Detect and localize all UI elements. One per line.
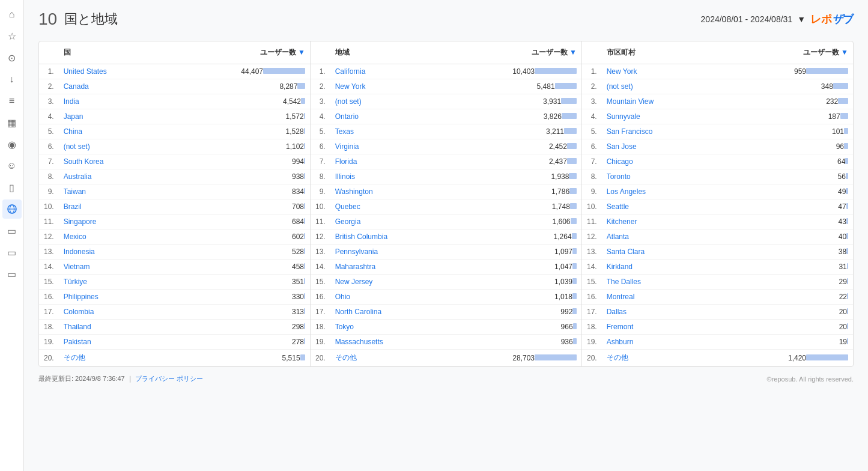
row-name[interactable]: その他 (330, 350, 445, 366)
row-name[interactable]: Texas (330, 124, 445, 139)
row-name[interactable]: British Columbia (330, 229, 445, 245)
row-name[interactable]: Mountain View (602, 94, 715, 109)
privacy-link[interactable]: プライバシー ポリシー (135, 375, 203, 382)
row-name[interactable]: Atlanta (602, 229, 715, 245)
row-name[interactable]: その他 (602, 350, 715, 366)
row-rank: 18. (582, 320, 602, 335)
sidebar-icon-face[interactable]: ☺ (2, 156, 22, 175)
row-name[interactable]: Toronto (602, 169, 715, 184)
table-row: 12.Atlanta40 (582, 229, 853, 245)
row-name[interactable]: Kirkland (602, 260, 715, 275)
cities-name-header: 市区町村 (602, 41, 715, 64)
sidebar-icon-folder2[interactable]: ▭ (2, 243, 22, 262)
row-name[interactable]: Virginia (330, 139, 445, 154)
row-rank: 7. (39, 154, 59, 169)
row-name[interactable]: San Francisco (602, 124, 715, 139)
row-name[interactable]: Türkiye (59, 275, 164, 290)
row-name[interactable]: Ohio (330, 290, 445, 305)
row-name[interactable]: Quebec (330, 199, 445, 214)
row-value: 31 (714, 260, 853, 275)
table-row: 3.(not set)3,931 (311, 94, 581, 109)
row-name[interactable]: New York (330, 79, 445, 94)
row-name[interactable]: Los Angeles (602, 184, 715, 199)
row-name[interactable]: (not set) (602, 79, 715, 94)
sidebar-icon-calendar[interactable]: ▦ (2, 113, 22, 132)
row-rank: 19. (311, 335, 330, 350)
row-name[interactable]: Washington (330, 184, 445, 199)
row-value: 298 (163, 320, 310, 335)
row-name[interactable]: Montreal (602, 290, 715, 305)
sidebar-icon-download[interactable]: ↓ (2, 70, 22, 89)
row-name[interactable]: Mexico (59, 229, 164, 245)
row-name[interactable]: Colombia (59, 305, 164, 320)
sidebar-icon-compass[interactable]: ⊙ (2, 48, 22, 67)
table-row: 1.New York959 (582, 64, 853, 79)
row-name[interactable]: Santa Clara (602, 245, 715, 260)
row-name[interactable]: Illinois (330, 169, 445, 184)
sidebar-icon-doc[interactable]: ≡ (2, 91, 22, 111)
row-value: 992 (445, 305, 581, 320)
row-value: 5,515 (163, 350, 310, 366)
table-row: 4.Sunnyvale187 (582, 109, 853, 124)
sidebar-icon-mobile[interactable]: ▯ (2, 178, 22, 197)
table-row: 20.その他1,420 (582, 350, 853, 366)
table-row: 2.(not set)348 (582, 79, 853, 94)
row-name[interactable]: Taiwan (59, 184, 164, 199)
row-name[interactable]: United States (59, 64, 164, 79)
row-name[interactable]: Canada (59, 79, 164, 94)
row-name[interactable]: Seattle (602, 199, 715, 214)
table-row: 19.Massachusetts936 (311, 335, 581, 350)
row-name[interactable]: Brazil (59, 199, 164, 214)
row-name[interactable]: North Carolina (330, 305, 445, 320)
row-value: 1,264 (445, 229, 581, 245)
row-name[interactable]: Massachusetts (330, 335, 445, 350)
cities-value-header[interactable]: ユーザー数 ▼ (714, 41, 853, 64)
main-content: 10 国と地域 2024/08/01 - 2024/08/31 ▼ レポザブ 国… (24, 0, 868, 471)
row-name[interactable]: Ashburn (602, 335, 715, 350)
row-name[interactable]: Indonesia (59, 245, 164, 260)
row-name[interactable]: Tokyo (330, 320, 445, 335)
row-name[interactable]: Singapore (59, 214, 164, 229)
row-name[interactable]: Sunnyvale (602, 109, 715, 124)
row-value: 1,748 (445, 199, 581, 214)
row-name[interactable]: Japan (59, 109, 164, 124)
row-name[interactable]: Maharashtra (330, 260, 445, 275)
row-name[interactable]: Chicago (602, 154, 715, 169)
row-rank: 7. (582, 154, 602, 169)
sidebar-icon-eye[interactable]: ◉ (2, 135, 22, 154)
row-name[interactable]: San Jose (602, 139, 715, 154)
row-name[interactable]: その他 (59, 350, 164, 366)
row-name[interactable]: Fremont (602, 320, 715, 335)
row-name[interactable]: Vietnam (59, 260, 164, 275)
countries-value-header[interactable]: ユーザー数 ▼ (163, 41, 310, 64)
row-name[interactable]: Philippines (59, 290, 164, 305)
row-name[interactable]: Pennsylvania (330, 245, 445, 260)
row-name[interactable]: Florida (330, 154, 445, 169)
row-name[interactable]: Australia (59, 169, 164, 184)
sidebar-icon-globe[interactable] (2, 199, 22, 219)
date-dropdown-button[interactable]: ▼ (797, 14, 806, 24)
row-name[interactable]: Pakistan (59, 335, 164, 350)
regions-value-header[interactable]: ユーザー数 ▼ (445, 41, 581, 64)
sidebar-icon-folder1[interactable]: ▭ (2, 221, 22, 240)
row-name[interactable]: (not set) (330, 94, 445, 109)
row-name[interactable]: California (330, 64, 445, 79)
row-name[interactable]: The Dalles (602, 275, 715, 290)
row-name[interactable]: India (59, 94, 164, 109)
row-name[interactable]: Kitchener (602, 214, 715, 229)
row-name[interactable]: Ontario (330, 109, 445, 124)
sidebar-icon-home[interactable]: ⌂ (2, 5, 22, 24)
row-name[interactable]: Dallas (602, 305, 715, 320)
table-row: 19.Ashburn19 (582, 335, 853, 350)
table-row: 7.Chicago64 (582, 154, 853, 169)
row-name[interactable]: Thailand (59, 320, 164, 335)
row-name[interactable]: (not set) (59, 139, 164, 154)
row-name[interactable]: New York (602, 64, 715, 79)
sidebar-icon-star[interactable]: ☆ (2, 26, 22, 46)
row-name[interactable]: Georgia (330, 214, 445, 229)
sidebar-icon-folder3[interactable]: ▭ (2, 264, 22, 284)
page-footer: 最終更新日: 2024/9/8 7:36:47 ｜ プライバシー ポリシー ©r… (38, 374, 854, 383)
row-name[interactable]: South Korea (59, 154, 164, 169)
row-name[interactable]: China (59, 124, 164, 139)
row-name[interactable]: New Jersey (330, 275, 445, 290)
